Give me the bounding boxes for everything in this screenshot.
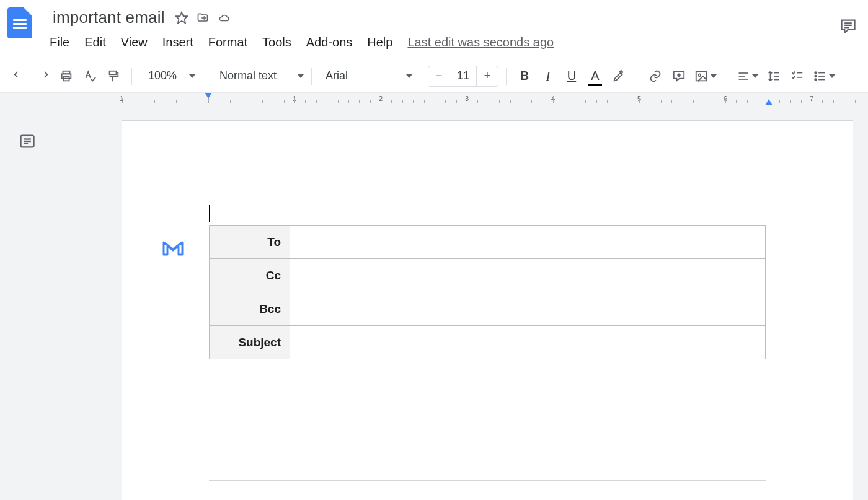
page-body[interactable]: ToCcBccSubject [209, 206, 766, 359]
bold-button[interactable]: B [514, 65, 535, 87]
paint-format-button[interactable] [103, 65, 124, 87]
horizontal-ruler[interactable]: 12345671 [0, 93, 868, 105]
menu-insert[interactable]: Insert [162, 35, 193, 50]
document-page[interactable]: ToCcBccSubject [122, 120, 853, 500]
zoom-select[interactable]: 100% [140, 65, 195, 87]
right-indent-marker[interactable] [765, 99, 773, 105]
add-comment-button[interactable] [668, 65, 689, 87]
font-size-increase-button[interactable]: + [477, 66, 498, 86]
redo-button[interactable] [32, 65, 53, 87]
star-icon[interactable] [174, 11, 189, 25]
zoom-value: 100% [148, 69, 177, 82]
paragraph-style-select[interactable]: Normal text [211, 65, 304, 87]
email-cc-field[interactable] [290, 259, 766, 292]
editor-canvas: ToCcBccSubject [0, 105, 868, 500]
chevron-down-icon [829, 74, 835, 78]
undo-button[interactable] [9, 65, 30, 87]
font-family-select[interactable]: Arial [319, 65, 412, 87]
line-spacing-button[interactable] [763, 65, 784, 87]
app-header: important email File Edit View Insert Fo… [0, 0, 868, 59]
svg-marker-19 [752, 74, 758, 78]
font-family-value: Arial [326, 69, 348, 82]
table-row: To [210, 226, 766, 259]
document-title-input[interactable]: important email [50, 6, 168, 29]
toolbar: 100% Normal text Arial − 11 + B I U A [0, 59, 868, 93]
docs-app-icon[interactable] [7, 7, 32, 38]
menu-help[interactable]: Help [367, 35, 392, 50]
menu-file[interactable]: File [50, 35, 69, 50]
email-cc-label: Cc [210, 259, 290, 292]
align-button[interactable] [735, 65, 761, 87]
svg-rect-13 [696, 71, 707, 81]
chevron-down-icon [752, 74, 758, 78]
ruler-number: 1 [120, 95, 123, 102]
spellcheck-button[interactable] [79, 65, 100, 87]
svg-marker-33 [765, 99, 773, 105]
bulleted-list-button[interactable] [810, 65, 838, 87]
menu-addons[interactable]: Add-ons [306, 35, 353, 50]
email-to-field[interactable] [290, 226, 766, 259]
footer-separator [209, 480, 766, 481]
table-row: Bcc [210, 292, 766, 326]
email-subject-field[interactable] [290, 326, 766, 359]
menu-format[interactable]: Format [208, 35, 247, 50]
table-row: Subject [210, 326, 766, 359]
menu-view[interactable]: View [121, 35, 148, 50]
email-to-label: To [210, 226, 290, 259]
move-to-folder-icon[interactable] [195, 11, 210, 25]
svg-marker-15 [711, 74, 717, 78]
print-button[interactable] [56, 65, 77, 87]
chevron-down-icon [298, 74, 304, 78]
chevron-down-icon [189, 74, 195, 78]
email-bcc-label: Bcc [210, 292, 290, 326]
font-size-decrease-button[interactable]: − [428, 66, 450, 86]
menu-edit[interactable]: Edit [84, 35, 105, 50]
font-size-stepper: − 11 + [428, 66, 498, 87]
checklist-button[interactable] [787, 65, 808, 87]
open-comments-icon[interactable] [839, 17, 857, 37]
email-subject-label: Subject [210, 326, 290, 359]
left-indent-marker[interactable] [205, 93, 212, 99]
svg-point-14 [698, 74, 701, 76]
font-size-value[interactable]: 11 [450, 66, 477, 86]
svg-marker-10 [406, 74, 412, 78]
svg-point-26 [815, 75, 817, 77]
menu-tools[interactable]: Tools [262, 35, 291, 50]
insert-link-button[interactable] [645, 65, 666, 87]
svg-marker-0 [176, 12, 187, 22]
svg-rect-7 [110, 71, 117, 74]
table-row: Cc [210, 259, 766, 292]
gmail-icon [162, 240, 184, 260]
svg-marker-9 [298, 74, 304, 78]
chevron-down-icon [711, 74, 717, 78]
svg-point-27 [815, 79, 817, 81]
paragraph-style-value: Normal text [219, 69, 277, 82]
svg-marker-31 [829, 74, 835, 78]
highlight-color-button[interactable] [608, 65, 629, 87]
insert-image-button[interactable] [692, 65, 719, 87]
italic-button[interactable]: I [538, 65, 559, 87]
svg-marker-32 [205, 93, 212, 99]
email-bcc-field[interactable] [290, 292, 766, 326]
svg-point-25 [815, 72, 817, 74]
text-color-button[interactable]: A [585, 65, 606, 87]
text-cursor [209, 205, 210, 222]
menu-bar: File Edit View Insert Format Tools Add-o… [50, 35, 861, 50]
chevron-down-icon [406, 74, 412, 78]
underline-button[interactable]: U [561, 65, 582, 87]
svg-marker-8 [189, 74, 195, 78]
cloud-status-icon[interactable] [216, 11, 231, 25]
last-edit-status[interactable]: Last edit was seconds ago [407, 35, 554, 50]
document-outline-icon[interactable] [19, 133, 37, 151]
email-draft-table[interactable]: ToCcBccSubject [209, 225, 766, 359]
